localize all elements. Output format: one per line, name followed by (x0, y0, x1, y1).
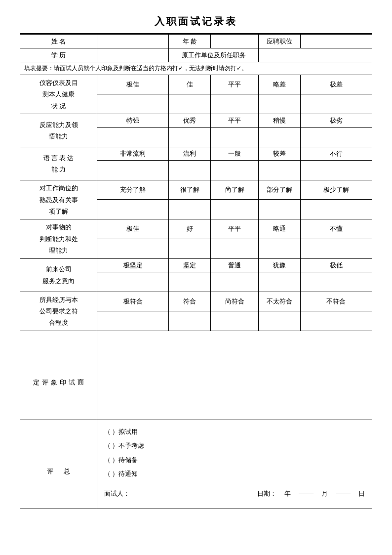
summary-option-3: （ ）待储备 (104, 453, 365, 468)
rating-5-col5: 不懂 (300, 219, 372, 239)
rating-6-col2: 坚定 (169, 258, 211, 272)
rating-7-col5: 不符合 (300, 292, 372, 311)
rating-row-2: 反应能力及领 悟能力 特强 优秀 平平 稍慢 极劣 (20, 114, 372, 128)
category-2-label: 反应能力及领 悟能力 (20, 114, 97, 147)
age-label: 年 龄 (169, 35, 211, 48)
score-7-col3 (211, 311, 259, 331)
rating-6-col1: 极坚定 (97, 258, 169, 272)
score-6-col5 (300, 272, 372, 292)
rating-3-col4: 较差 (258, 147, 300, 161)
name-label: 姓 名 (20, 35, 97, 48)
score-2-col2 (169, 128, 211, 147)
info-row-2: 学 历 原工作单位及所任职务 (20, 48, 372, 62)
prev-work-label: 原工作单位及所任职务 (169, 48, 259, 62)
rating-2-col2: 优秀 (169, 114, 211, 128)
score-4-col5 (300, 200, 372, 219)
rating-row-4: 对工作岗位的 熟悉及有关事 项了解 充分了解 很了解 尚了解 部分了解 极少了解 (20, 180, 372, 200)
info-row-1: 姓 名 年 龄 应聘职位 (20, 35, 372, 48)
score-4-col1 (97, 200, 169, 219)
rating-4-col1: 充分了解 (97, 180, 169, 200)
rating-7-col2: 符合 (169, 292, 211, 311)
score-6-col1 (97, 272, 169, 292)
summary-content: （ ）拟试用 （ ）不予考虑 （ ）待储备 （ ）待通知 面试人： 日期： 年 … (97, 420, 372, 509)
summary-row: 总 评 （ ）拟试用 （ ）不予考虑 （ ）待储备 （ ）待通知 面试人： 日期… (20, 420, 372, 509)
rating-4-col2: 很了解 (169, 180, 211, 200)
score-2-col4 (258, 128, 300, 147)
hint-row: 填表提要：请面试人员就个人印象及判断在适当的方格内打✓，无法判断时请勿打✓。 (20, 62, 372, 75)
impression-label: 面 试 印 象 评 定 (20, 331, 97, 420)
score-3-col1 (97, 161, 169, 180)
rating-row-6: 前来公司 服务之意向 极坚定 坚定 普通 犹豫 极低 (20, 258, 372, 272)
rating-1-col1: 极佳 (97, 75, 169, 94)
rating-5-col4: 略通 (258, 219, 300, 239)
category-3-label: 语 言 表 达 能 力 (20, 147, 97, 180)
date-label: 日期： (257, 489, 276, 498)
edu-label: 学 历 (20, 48, 97, 62)
name-value (97, 35, 169, 48)
score-6-col3 (211, 272, 259, 292)
rating-6-col4: 犹豫 (258, 258, 300, 272)
rating-3-col3: 一般 (211, 147, 259, 161)
rating-7-col4: 不太符合 (258, 292, 300, 311)
score-2-col5 (300, 128, 372, 147)
rating-4-col3: 尚了解 (211, 180, 259, 200)
category-7-label: 所具经历与本 公司要求之符 合程度 (20, 292, 97, 331)
score-5-col2 (169, 239, 211, 258)
score-5-col5 (300, 239, 372, 258)
score-7-col1 (97, 311, 169, 331)
score-1-col4 (258, 94, 300, 114)
rating-row-1: 仪容仪表及目 测本人健康 状 况 极佳 佳 平平 略差 极差 (20, 75, 372, 94)
edu-value (97, 48, 169, 62)
summary-option-4: （ ）待通知 (104, 467, 365, 481)
rating-row-5: 对事物的 判断能力和处 理能力 极佳 好 平平 略通 不懂 (20, 219, 372, 239)
rating-3-col2: 流利 (169, 147, 211, 161)
rating-2-col4: 稍慢 (258, 114, 300, 128)
rating-5-col2: 好 (169, 219, 211, 239)
rating-3-col1: 非常流利 (97, 147, 169, 161)
score-2-col3 (211, 128, 259, 147)
summary-option-1: （ ）拟试用 (104, 425, 365, 439)
rating-4-col4: 部分了解 (258, 180, 300, 200)
rating-row-7: 所具经历与本 公司要求之符 合程度 极符合 符合 尚符合 不太符合 不符合 (20, 292, 372, 311)
score-3-col5 (300, 161, 372, 180)
rating-4-col5: 极少了解 (300, 180, 372, 200)
score-4-col3 (211, 200, 259, 219)
category-6-label: 前来公司 服务之意向 (20, 258, 97, 292)
main-table: 姓 名 年 龄 应聘职位 学 历 原工作单位及所任职务 填表提要：请面试人员就个… (20, 34, 372, 509)
score-6-col4 (258, 272, 300, 292)
score-7-col4 (258, 311, 300, 331)
score-4-col4 (258, 200, 300, 219)
interviewer-label: 面试人： (104, 489, 130, 498)
score-2-col1 (97, 128, 169, 147)
summary-option-2: （ ）不予考虑 (104, 439, 365, 453)
score-5-col3 (211, 239, 259, 258)
score-7-col5 (300, 311, 372, 331)
rating-row-3: 语 言 表 达 能 力 非常流利 流利 一般 较差 不行 (20, 147, 372, 161)
category-4-label: 对工作岗位的 熟悉及有关事 项了解 (20, 180, 97, 219)
rating-1-col4: 略差 (258, 75, 300, 94)
score-3-col4 (258, 161, 300, 180)
score-7-col2 (169, 311, 211, 331)
month-label: 月 (321, 489, 328, 498)
score-5-col1 (97, 239, 169, 258)
rating-6-col5: 极低 (300, 258, 372, 272)
impression-content (97, 331, 372, 420)
rating-6-col3: 普通 (211, 258, 259, 272)
score-5-col4 (258, 239, 300, 258)
rating-5-col1: 极佳 (97, 219, 169, 239)
score-3-col2 (169, 161, 211, 180)
year-label: 年 (284, 489, 291, 498)
rating-7-col1: 极符合 (97, 292, 169, 311)
score-1-col2 (169, 94, 211, 114)
score-6-col2 (169, 272, 211, 292)
rating-1-col3: 平平 (211, 75, 259, 94)
score-3-col3 (211, 161, 259, 180)
score-1-col3 (211, 94, 259, 114)
page-title: 入职面试记录表 (20, 15, 372, 28)
score-1-col5 (300, 94, 372, 114)
category-5-label: 对事物的 判断能力和处 理能力 (20, 219, 97, 258)
rating-3-col5: 不行 (300, 147, 372, 161)
score-4-col2 (169, 200, 211, 219)
position-label: 应聘职位 (258, 35, 300, 48)
rating-1-col5: 极差 (300, 75, 372, 94)
